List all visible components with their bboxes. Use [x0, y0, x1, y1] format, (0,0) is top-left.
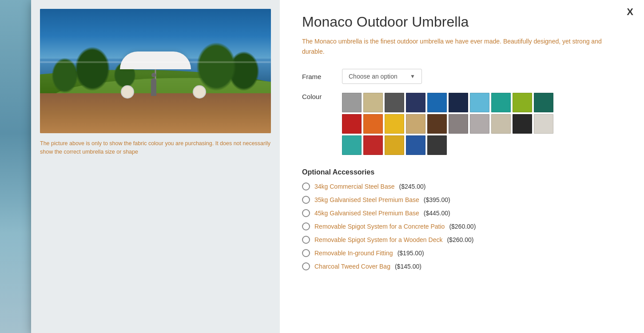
image-caption: The picture above is only to show the fa… — [40, 139, 271, 156]
accessory-name-acc2[interactable]: 35kg Galvanised Steel Premium Base — [314, 196, 419, 203]
accessory-name-acc6[interactable]: Removable In-ground Fitting — [314, 250, 393, 257]
chair-left — [121, 85, 134, 99]
colour-swatch-teal-2[interactable] — [342, 135, 362, 155]
colour-option-row: Colour — [302, 93, 622, 155]
product-description: The Monaco umbrella is the finest outdoo… — [302, 36, 604, 56]
colour-swatch-steel-blue[interactable] — [406, 135, 425, 155]
product-title: Monaco Outdoor Umbrella — [302, 13, 622, 30]
left-panel: The picture above is only to show the fa… — [31, 0, 280, 333]
accessory-radio-acc3[interactable] — [302, 209, 310, 217]
frame-select-value: Choose an option — [349, 73, 398, 80]
colour-swatch-navy[interactable] — [406, 93, 425, 112]
umbrella-canopy — [120, 52, 191, 69]
colour-swatch-yellow[interactable] — [385, 114, 404, 134]
colour-swatch-pale-beige[interactable] — [491, 114, 511, 134]
accessory-price-acc1: ($245.00) — [399, 183, 426, 190]
accessory-radio-acc1[interactable] — [302, 182, 310, 190]
accessories-title: Optional Accessories — [302, 168, 622, 176]
accessory-item-acc2: 35kg Galvanised Steel Premium Base ($395… — [302, 196, 622, 204]
colour-swatch-sky-blue[interactable] — [470, 93, 489, 112]
modal-container: The picture above is only to show the fa… — [31, 0, 644, 333]
frame-select-dropdown[interactable]: Choose an option ▼ — [342, 69, 422, 84]
accessory-name-acc1[interactable]: 34kg Commercial Steel Base — [314, 183, 395, 190]
frame-label: Frame — [302, 73, 333, 80]
accessory-item-acc5: Removable Spigot System for a Wooden Dec… — [302, 236, 622, 244]
accessory-radio-acc5[interactable] — [302, 236, 310, 244]
accessory-price-acc3: ($445.00) — [424, 210, 450, 217]
colour-swatch-lime-green[interactable] — [513, 93, 532, 112]
image-scene — [40, 9, 271, 133]
right-panel: X Monaco Outdoor Umbrella The Monaco umb… — [280, 0, 644, 333]
colour-swatch-orange[interactable] — [363, 114, 383, 134]
accessory-item-acc4: Removable Spigot System for a Concrete P… — [302, 222, 622, 230]
colour-swatch-warm-grey[interactable] — [449, 114, 468, 134]
frame-option-row: Frame Choose an option ▼ — [302, 69, 622, 84]
frame-dropdown-arrow: ▼ — [410, 73, 415, 79]
accessory-name-acc5[interactable]: Removable Spigot System for a Wooden Dec… — [314, 236, 442, 243]
accessory-price-acc5: ($260.00) — [447, 236, 473, 243]
colour-swatch-sand-beige[interactable] — [363, 93, 383, 112]
accessory-price-acc4: ($260.00) — [449, 223, 476, 230]
accessory-name-acc4[interactable]: Removable Spigot System for a Concrete P… — [314, 223, 445, 230]
colour-swatch-tan[interactable] — [406, 114, 425, 134]
left-decorative-strip — [0, 0, 31, 333]
colour-swatch-charcoal[interactable] — [385, 93, 404, 112]
colour-swatch-silver-grey[interactable] — [342, 93, 362, 112]
accessory-item-acc3: 45kg Galvanised Steel Premium Base ($445… — [302, 209, 622, 217]
accessory-radio-acc7[interactable] — [302, 262, 310, 270]
colour-swatch-dark-charcoal[interactable] — [427, 135, 447, 155]
accessories-section: Optional Accessories 34kg Commercial Ste… — [302, 168, 622, 270]
accessory-name-acc3[interactable]: 45kg Galvanised Steel Premium Base — [314, 210, 419, 217]
colour-swatch-grid — [342, 93, 553, 155]
accessory-name-acc7[interactable]: Charcoal Tweed Cover Bag — [314, 263, 390, 270]
colour-swatch-dark-navy[interactable] — [449, 93, 468, 112]
accessory-item-acc1: 34kg Commercial Steel Base ($245.00) — [302, 182, 622, 190]
colour-label: Colour — [302, 93, 333, 100]
person-silhouette — [151, 78, 156, 96]
accessory-radio-acc4[interactable] — [302, 222, 310, 230]
colour-swatch-dark-teal[interactable] — [534, 93, 553, 112]
colour-swatch-red[interactable] — [342, 114, 362, 134]
accessory-price-acc2: ($395.00) — [424, 196, 450, 203]
colour-swatch-off-white[interactable] — [534, 114, 553, 134]
accessory-item-acc6: Removable In-ground Fitting ($195.00) — [302, 249, 622, 257]
accessory-price-acc6: ($195.00) — [398, 250, 424, 257]
ground-bg — [40, 93, 271, 133]
chair-right — [193, 85, 206, 99]
product-image — [40, 9, 271, 133]
colour-swatch-royal-blue[interactable] — [427, 93, 447, 112]
colour-swatch-black[interactable] — [513, 114, 532, 134]
accessory-radio-acc2[interactable] — [302, 196, 310, 204]
accessory-item-acc7: Charcoal Tweed Cover Bag ($145.00) — [302, 262, 622, 270]
colour-swatch-light-grey[interactable] — [470, 114, 489, 134]
colour-swatch-red-2[interactable] — [363, 135, 383, 155]
close-button[interactable]: X — [627, 7, 633, 17]
colour-swatch-dark-brown[interactable] — [427, 114, 447, 134]
accessories-list: 34kg Commercial Steel Base ($245.00)35kg… — [302, 182, 622, 270]
colour-swatch-gold[interactable] — [385, 135, 404, 155]
accessory-price-acc7: ($145.00) — [395, 263, 421, 270]
colour-swatch-teal[interactable] — [491, 93, 511, 112]
accessory-radio-acc6[interactable] — [302, 249, 310, 257]
wave-overlay — [0, 200, 31, 333]
